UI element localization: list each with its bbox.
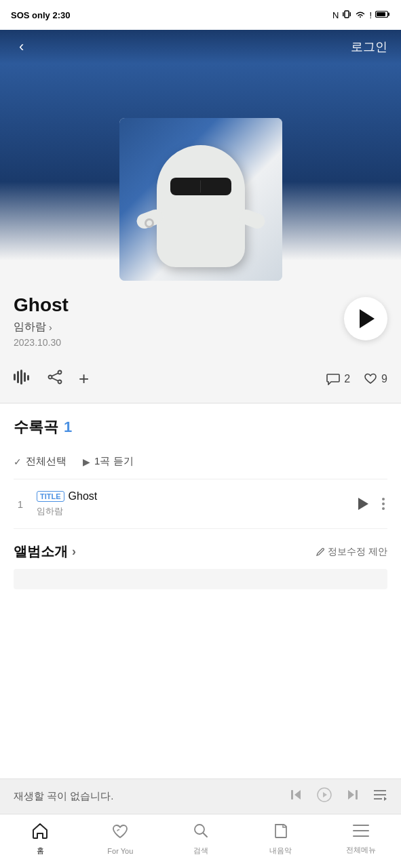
table-row: 1 TITLE Ghost 임하람 [14, 479, 387, 529]
nav-item-home[interactable]: 홈 [0, 823, 80, 856]
header: ‹ 로그인 [0, 30, 401, 64]
battery-icon [375, 10, 390, 20]
svg-rect-18 [356, 790, 358, 800]
nav-label-foryou: For You [107, 847, 133, 855]
nav-item-search[interactable]: 검색 [160, 823, 240, 856]
player-play-button[interactable] [317, 787, 332, 806]
title-badge: TITLE [37, 491, 64, 502]
home-icon [31, 823, 49, 843]
svg-rect-7 [17, 371, 19, 383]
album-hero [0, 64, 401, 260]
album-desc-section: 앨범소개 › 정보수정 제안 [0, 529, 401, 596]
svg-point-13 [58, 380, 62, 383]
back-button[interactable]: ‹ [14, 35, 29, 58]
track-play-icon [358, 498, 368, 510]
nav-item-foryou[interactable]: For You [80, 824, 160, 855]
album-art [119, 118, 282, 281]
comment-count[interactable]: 2 [326, 373, 350, 385]
track-artist: 임하람 [37, 505, 349, 517]
artist-arrow: › [49, 322, 52, 333]
album-desc-arrow: › [72, 545, 76, 559]
vibrate-icon [342, 9, 351, 21]
track-more-button[interactable] [379, 495, 387, 513]
tracklist-header: 수록곡 1 [14, 417, 387, 437]
signal-icon: ! [369, 10, 372, 20]
svg-rect-0 [345, 11, 349, 18]
svg-line-15 [52, 378, 58, 381]
svg-rect-10 [27, 375, 29, 380]
now-playing-text: 재생할 곡이 없습니다. [14, 790, 290, 803]
check-icon: ✓ [14, 456, 22, 467]
svg-point-11 [58, 370, 62, 374]
nav-label-menu: 전체메뉴 [346, 845, 376, 855]
svg-rect-9 [24, 372, 26, 382]
nav-item-menu[interactable]: 전체메뉴 [321, 823, 401, 855]
mymusic-icon [273, 823, 289, 843]
svg-rect-16 [291, 790, 293, 800]
nav-label-search: 검색 [193, 846, 208, 856]
svg-rect-6 [14, 374, 16, 380]
now-playing-bar: 재생할 곡이 없습니다. [0, 778, 401, 814]
svg-rect-8 [20, 370, 22, 384]
add-icon[interactable]: + [79, 368, 89, 389]
svg-rect-5 [388, 12, 389, 16]
play-icon-large [360, 309, 375, 328]
comment-number: 2 [344, 373, 350, 385]
playlist-button[interactable] [373, 789, 387, 804]
track-number: 1 [14, 498, 27, 510]
album-details: Ghost 임하람 › 2023.10.30 [14, 294, 344, 348]
track-play-button[interactable] [358, 498, 368, 510]
foryou-icon [111, 824, 129, 844]
album-desc-header: 앨범소개 › 정보수정 제안 [14, 542, 387, 561]
play-button-large[interactable] [344, 297, 387, 340]
info-suggest-button[interactable]: 정보수정 제안 [316, 546, 387, 558]
nav-label-mymusic: 내음악 [269, 846, 292, 856]
tracklist-count: 1 [64, 418, 72, 436]
tracklist-controls: ✓ 전체선택 ▶ 1곡 듣기 [14, 448, 387, 479]
like-count[interactable]: 9 [364, 373, 387, 385]
action-left: + [14, 368, 89, 389]
status-time: SOS only 2:30 [11, 10, 70, 20]
album-title: Ghost [14, 294, 344, 316]
search-icon [193, 823, 209, 843]
track-name: Ghost [69, 490, 98, 502]
share-icon[interactable] [47, 370, 62, 389]
album-date: 2023.10.30 [14, 337, 344, 348]
action-right: 2 9 [326, 373, 387, 385]
login-button[interactable]: 로그인 [351, 39, 387, 55]
status-bar: SOS only 2:30 N ! [0, 0, 401, 30]
prev-button[interactable] [290, 788, 303, 805]
bottom-nav: 홈 For You 검색 내음악 [0, 814, 401, 868]
album-desc-title-button[interactable]: 앨범소개 › [14, 542, 76, 561]
track-title-row: TITLE Ghost [37, 490, 349, 502]
wifi-icon [355, 10, 366, 20]
play-all-button[interactable]: ▶ 1곡 듣기 [83, 455, 134, 468]
action-bar: + 2 9 [0, 361, 401, 403]
nav-item-mymusic[interactable]: 내음악 [241, 823, 321, 856]
nfc-icon: N [332, 10, 339, 20]
menu-icon [352, 823, 370, 842]
waveform-icon[interactable] [14, 370, 31, 389]
svg-rect-2 [350, 12, 351, 16]
album-image [119, 118, 282, 281]
track-actions [358, 495, 387, 513]
album-desc-preview [14, 569, 387, 589]
play-all-icon: ▶ [83, 456, 90, 467]
track-info: TITLE Ghost 임하람 [37, 490, 349, 517]
next-button[interactable] [345, 788, 359, 805]
nav-label-home: 홈 [37, 846, 44, 856]
tracklist-title: 수록곡 [14, 417, 58, 437]
svg-line-23 [203, 833, 207, 837]
svg-point-12 [49, 375, 52, 378]
tracklist-section: 수록곡 1 ✓ 전체선택 ▶ 1곡 듣기 1 TITLE Ghost 임하람 [0, 403, 401, 529]
like-number: 9 [381, 373, 387, 385]
svg-line-14 [52, 373, 58, 376]
album-artist[interactable]: 임하람 › [14, 320, 344, 334]
svg-rect-1 [343, 12, 344, 16]
select-all-button[interactable]: ✓ 전체선택 [14, 455, 66, 468]
player-controls [290, 787, 387, 806]
svg-rect-4 [377, 12, 385, 16]
spacer [0, 596, 401, 705]
status-icons: N ! [332, 9, 390, 21]
